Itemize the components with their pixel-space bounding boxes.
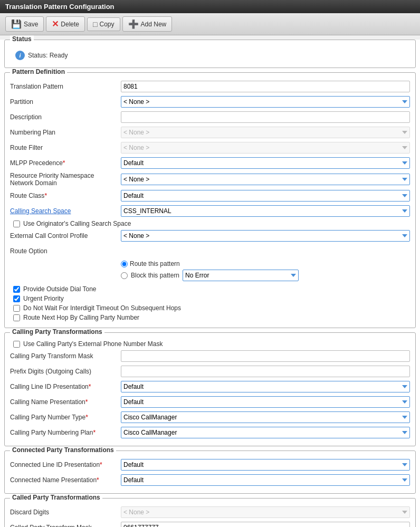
pattern-def-title: Pattern Definition	[10, 68, 67, 75]
calling-search-space-label[interactable]: Calling Search Space	[10, 207, 121, 215]
route-this-pattern-label: Route this pattern	[130, 260, 180, 267]
block-this-pattern-label: Block this pattern	[131, 272, 179, 279]
calling-transform-mask-label: Calling Party Transform Mask	[10, 352, 121, 360]
calling-party-numbering-plan-required: *	[93, 429, 96, 436]
numbering-plan-field: < None >	[121, 127, 410, 138]
calling-line-id-label: Calling Line ID Presentation*	[10, 383, 121, 390]
connected-line-id-presentation-row: Connected Line ID Presentation* Default	[10, 458, 410, 471]
block-error-select[interactable]: No Error	[183, 270, 299, 281]
calling-party-numbering-plan-row: Calling Party Numbering Plan* Cisco Call…	[10, 426, 410, 439]
connected-line-id-field: Default	[121, 459, 410, 471]
calling-party-number-type-label: Calling Party Number Type*	[10, 414, 121, 421]
calling-transform-mask-input[interactable]	[121, 350, 410, 362]
delete-label: Delete	[61, 21, 79, 28]
calling-search-space-select[interactable]: CSS_INTERNAL	[121, 205, 410, 217]
use-originator-row: Use Originator's Calling Search Space	[10, 220, 410, 227]
block-this-pattern-row: Block this pattern No Error	[121, 270, 410, 281]
calling-search-space-field: CSS_INTERNAL	[121, 205, 410, 217]
calling-prefix-digits-input[interactable]	[121, 366, 410, 377]
resource-priority-label: Resource Priority Namespace Network Doma…	[10, 172, 121, 187]
resource-priority-select[interactable]: < None >	[121, 174, 410, 185]
translation-pattern-label: Translation Pattern	[10, 83, 121, 90]
description-input[interactable]	[121, 111, 410, 123]
description-field	[121, 111, 410, 123]
mlpp-label: MLPP Precedence*	[10, 159, 121, 167]
save-button[interactable]: 💾 Save	[5, 16, 44, 32]
external-call-control-row: External Call Control Profile < None >	[10, 229, 410, 242]
calling-party-number-type-field: Cisco CallManager	[121, 411, 410, 423]
route-next-hop-row: Route Next Hop By Calling Party Number	[10, 314, 410, 321]
translation-pattern-input[interactable]	[121, 81, 410, 92]
use-external-phone-mask-checkbox[interactable]	[13, 341, 20, 348]
route-class-required: *	[44, 192, 47, 199]
status-section-title: Status	[10, 35, 34, 43]
partition-field: < None >	[121, 96, 410, 108]
mlpp-select[interactable]: Default	[121, 157, 410, 169]
do-not-wait-checkbox[interactable]	[13, 305, 20, 312]
urgent-priority-row: Urgent Priority	[10, 295, 410, 302]
called-transform-mask-input[interactable]	[121, 522, 410, 527]
add-new-label: Add New	[141, 21, 167, 28]
called-transform-mask-label: Called Party Transform Mask	[10, 524, 121, 527]
calling-name-presentation-select[interactable]: Default	[121, 396, 410, 408]
connected-line-id-select[interactable]: Default	[121, 459, 410, 471]
calling-party-trans-title: Calling Party Transformations	[10, 328, 104, 336]
connected-name-presentation-label: Connected Name Presentation*	[10, 476, 121, 484]
copy-button[interactable]: □ Copy	[87, 17, 120, 31]
called-party-trans-title: Called Party Transformations	[10, 494, 102, 501]
partition-select[interactable]: < None >	[121, 96, 410, 108]
connected-party-trans-title: Connected Party Transformations	[10, 446, 116, 454]
add-new-button[interactable]: ➕ Add New	[122, 16, 173, 32]
connected-line-id-required: *	[100, 461, 102, 468]
calling-line-id-select[interactable]: Default	[121, 381, 410, 392]
route-class-select[interactable]: Default	[121, 190, 410, 202]
discard-digits-select[interactable]: < None >	[121, 506, 410, 518]
calling-party-numbering-plan-select[interactable]: Cisco CallManager	[121, 427, 410, 438]
numbering-plan-row: Numbering Plan < None >	[10, 126, 410, 139]
urgent-priority-label: Urgent Priority	[23, 295, 64, 302]
main-content: Status i Status: Ready Pattern Definitio…	[0, 40, 420, 527]
discard-digits-field: < None >	[121, 506, 410, 518]
copy-label: Copy	[100, 21, 114, 28]
use-originator-checkbox[interactable]	[13, 221, 20, 227]
route-class-row: Route Class* Default	[10, 189, 410, 202]
called-party-trans-content: Discard Digits < None > Called Party Tra…	[5, 499, 415, 527]
route-filter-select[interactable]: < None >	[121, 142, 410, 154]
provide-outside-dial-tone-checkbox[interactable]	[13, 286, 20, 293]
route-option-label-row: Route Option	[10, 245, 410, 257]
checkboxes-group: Provide Outside Dial Tone Urgent Priorit…	[10, 285, 410, 321]
delete-icon: ✕	[52, 19, 59, 29]
calling-line-id-presentation-row: Calling Line ID Presentation* Default	[10, 380, 410, 393]
route-next-hop-checkbox[interactable]	[13, 314, 20, 321]
calling-party-number-type-row: Calling Party Number Type* Cisco CallMan…	[10, 411, 410, 424]
mlpp-field: Default	[121, 157, 410, 169]
status-section: Status i Status: Ready	[4, 40, 416, 68]
discard-digits-label: Discard Digits	[10, 509, 121, 516]
route-filter-row: Route Filter < None >	[10, 141, 410, 154]
external-call-control-select[interactable]: < None >	[121, 230, 410, 242]
block-this-pattern-radio[interactable]	[121, 272, 128, 279]
connected-name-presentation-select[interactable]: Default	[121, 474, 410, 486]
use-originator-label: Use Originator's Calling Search Space	[23, 220, 131, 227]
calling-party-number-type-required: *	[85, 414, 88, 421]
resource-priority-row: Resource Priority Namespace Network Doma…	[10, 172, 410, 187]
delete-button[interactable]: ✕ Delete	[46, 16, 85, 32]
save-icon: 💾	[11, 19, 22, 29]
route-this-pattern-radio[interactable]	[121, 261, 128, 267]
translation-pattern-field	[121, 81, 410, 92]
route-filter-field: < None >	[121, 142, 410, 154]
calling-party-number-type-select[interactable]: Cisco CallManager	[121, 411, 410, 423]
translation-pattern-row: Translation Pattern	[10, 80, 410, 93]
status-content: i Status: Ready	[5, 40, 415, 68]
status-bar: i Status: Ready	[10, 47, 410, 63]
calling-party-transformations-section: Calling Party Transformations Use Callin…	[4, 332, 416, 446]
numbering-plan-select[interactable]: < None >	[121, 127, 410, 138]
calling-prefix-digits-row: Prefix Digits (Outgoing Calls)	[10, 365, 410, 378]
called-party-transformations-section: Called Party Transformations Discard Dig…	[4, 498, 416, 527]
status-text: Status: Ready	[28, 52, 68, 59]
mlpp-row: MLPP Precedence* Default	[10, 157, 410, 169]
urgent-priority-checkbox[interactable]	[13, 295, 20, 302]
page-title: Translation Pattern Configuration	[5, 3, 114, 11]
toolbar: 💾 Save ✕ Delete □ Copy ➕ Add New	[0, 13, 420, 35]
connected-line-id-label: Connected Line ID Presentation*	[10, 461, 121, 468]
